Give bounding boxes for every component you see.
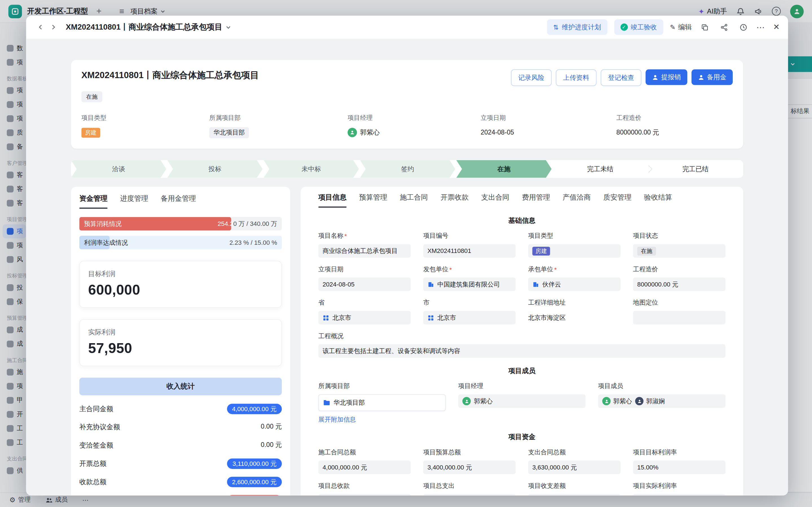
left-panel-tabs: 资金管理 进度管理 备用金管理 xyxy=(79,194,282,209)
summary-field-manager: 项目经理 郭紫心 xyxy=(347,114,481,138)
field-map-location: 地图定位 xyxy=(633,298,725,324)
folder-icon xyxy=(323,399,330,406)
field-overview: 工程概况 该工程主要包括土建工程、设备安装和调试等内容 xyxy=(318,332,725,357)
status-badge: 在施 xyxy=(82,91,102,102)
right-panel-tab[interactable]: 施工合同 xyxy=(400,193,428,208)
money-value-badge[interactable]: 0.00 元 xyxy=(261,422,282,431)
summary-action-button[interactable]: 登记检查 xyxy=(601,69,641,86)
budget-consumption-bar: 预算消耗情况 254.20 万 / 340.00 万 xyxy=(79,217,282,230)
field-manager: 项目经理 郭紫心 xyxy=(458,382,586,424)
department-tag: 华北项目部 xyxy=(209,127,249,138)
stepper-step[interactable]: 在施 xyxy=(456,160,552,178)
money-value-badge[interactable]: 4,000,000.00 元 xyxy=(227,403,282,414)
team-member: 郭紫心 xyxy=(602,397,632,405)
field-project-type: 项目类型 房建 xyxy=(528,231,620,258)
project-title: XM2024110801丨商业综合体施工总承包项目 xyxy=(82,69,259,81)
stepper-step[interactable]: 未中标 xyxy=(264,160,359,178)
left-panel-tab[interactable]: 备用金管理 xyxy=(161,194,196,209)
right-panel-tab[interactable]: 费用管理 xyxy=(522,193,550,208)
money-value-badge[interactable]: 3,110,000.00 元 xyxy=(227,458,282,469)
forward-icon[interactable] xyxy=(47,21,59,33)
section-funds: 项目资金 xyxy=(318,432,725,442)
completion-acceptance-button[interactable]: ✓ 竣工验收 xyxy=(614,19,663,35)
right-panel-tab[interactable]: 验收结算 xyxy=(644,193,672,208)
money-value-badge[interactable]: 0.00 元 xyxy=(261,441,282,449)
right-panel-tab[interactable]: 开票收款 xyxy=(440,193,469,208)
maintain-schedule-button[interactable]: ⇅ 维护进度计划 xyxy=(547,19,607,35)
summary-action-button[interactable]: 上传资料 xyxy=(556,69,596,86)
fund-field: 项目总收款 2,600,000.00 元 xyxy=(318,481,411,496)
sort-icon: ⇅ xyxy=(553,23,559,31)
field-team-members: 项目成员 郭紫心 xyxy=(598,382,725,424)
section-members: 项目成员 xyxy=(318,366,725,376)
funds-grid: 施工合同总额 4,000,000.00 元 项目预算总额 3,400,000.0… xyxy=(318,448,725,496)
project-detail-modal: XM2024110801丨商业综合体施工总承包项目 ⇅ 维护进度计划 ✓ 竣工验… xyxy=(26,15,788,496)
right-panel-tab[interactable]: 支出合同 xyxy=(481,193,509,208)
avatar xyxy=(463,397,471,405)
fund-field: 项目实际利润率 2.23% xyxy=(633,481,725,496)
stepper-step[interactable]: 完工未结 xyxy=(553,160,648,178)
building-icon xyxy=(532,281,539,288)
fund-field: 施工合同总额 4,000,000.00 元 xyxy=(318,448,411,474)
summary-field-type: 项目类型 房建 xyxy=(82,114,209,138)
project-type-tag: 房建 xyxy=(82,127,100,137)
money-row: 变洽签金额 0.00 元 xyxy=(79,436,282,454)
summary-primary-button[interactable]: 备用金 xyxy=(691,69,733,85)
pencil-icon: ✎ xyxy=(670,23,675,31)
back-icon[interactable] xyxy=(35,21,47,33)
money-value-badge[interactable]: 2,600,000.00 元 xyxy=(227,476,282,487)
check-circle-icon: ✓ xyxy=(620,23,628,31)
field-project-cost: 工程造价 8000000.00 元 xyxy=(633,265,725,291)
copy-icon[interactable] xyxy=(699,21,711,33)
summary-primary-button[interactable]: 提报销 xyxy=(646,69,687,85)
stepper-step[interactable]: 签约 xyxy=(360,160,455,178)
field-project-status: 项目状态 在施 xyxy=(633,231,725,258)
edit-button[interactable]: ✎ 编辑 xyxy=(670,22,692,32)
summary-field-department: 所属项目部 华北项目部 xyxy=(209,114,347,138)
fund-field: 项目总支出 2,542,050.00 元 xyxy=(423,481,516,496)
right-panel-tab[interactable]: 项目信息 xyxy=(318,193,346,208)
modal-body: XM2024110801丨商业综合体施工总承包项目 记录风险 上传资料 登记检查 xyxy=(26,39,788,496)
fund-field: 项目目标利润率 15.00% xyxy=(633,448,725,474)
fund-field: 项目收支差额 57,950.00 元 xyxy=(528,481,620,496)
team-member: 郭淑娴 xyxy=(635,397,665,405)
more-icon[interactable]: ⋯ xyxy=(756,22,765,32)
status-tag: 在施 xyxy=(637,246,656,255)
money-row: 开票总额 3,110,000.00 元 xyxy=(79,454,282,472)
grid-icon xyxy=(323,314,329,321)
income-statistics-button[interactable]: 收入统计 xyxy=(79,378,282,395)
right-panel-tab[interactable]: 产值洽商 xyxy=(562,193,591,208)
target-profit-card: 目标利润 600,000 xyxy=(79,261,282,307)
share-icon[interactable] xyxy=(718,21,730,33)
close-icon[interactable]: ✕ xyxy=(773,22,779,32)
fund-field: 支出合同总额 3,630,000.00 元 xyxy=(528,448,620,474)
right-panel-tab[interactable]: 质安管理 xyxy=(603,193,632,208)
history-clock-icon[interactable] xyxy=(737,21,750,33)
summary-field-cost: 工程造价 8000000.00 元 xyxy=(616,114,733,138)
stepper-step[interactable]: 完工已结 xyxy=(648,160,743,178)
field-client: 发包单位* 中国建筑集团有限公司 xyxy=(423,265,516,291)
field-contractor: 承包单位* 伙伴云 xyxy=(528,265,620,291)
project-stage-stepper: 洽谈 投标 未中标 签约 在施 完工未结 完工已结 xyxy=(71,160,743,178)
modal-title[interactable]: XM2024110801丨商业综合体施工总承包项目 xyxy=(66,22,231,32)
left-panel-tab[interactable]: 进度管理 xyxy=(120,194,148,209)
money-value-badge[interactable]: 1,000,000.00 元 xyxy=(227,495,282,496)
project-info-panel: 项目信息 预算管理 施工合同 开票收款 支出合同 费用管理 产值洽商 xyxy=(301,187,743,496)
right-panel-tabs: 项目信息 预算管理 施工合同 开票收款 支出合同 费用管理 产值洽商 xyxy=(318,193,725,208)
money-row: 主合同金额 4,000,000.00 元 xyxy=(79,400,282,418)
fund-field: 项目预算总额 3,400,000.00 元 xyxy=(423,448,516,474)
left-panel-tab[interactable]: 资金管理 xyxy=(79,194,108,209)
app-root: 开发工作区-工程型 + ≡ 项目档案 ✦ AI助手 ? xyxy=(0,0,812,507)
stepper-step[interactable]: 投标 xyxy=(167,160,263,178)
expand-extra-info-link[interactable]: 展开附加信息 xyxy=(318,415,445,424)
modal-header: XM2024110801丨商业综合体施工总承包项目 ⇅ 维护进度计划 ✓ 竣工验… xyxy=(26,15,788,39)
summary-field-date: 立项日期 2024-08-05 xyxy=(481,114,616,138)
right-panel-tab[interactable]: 预算管理 xyxy=(359,193,387,208)
avatar xyxy=(635,397,644,405)
summary-action-button[interactable]: 记录风险 xyxy=(511,69,552,86)
money-row: 合同应收 1,000,000.00 元 xyxy=(79,491,282,496)
field-project-code: 项目编号 XM2024110801 xyxy=(423,231,516,258)
building-icon xyxy=(427,281,434,288)
person-icon xyxy=(652,74,658,81)
stepper-step[interactable]: 洽谈 xyxy=(71,160,166,178)
